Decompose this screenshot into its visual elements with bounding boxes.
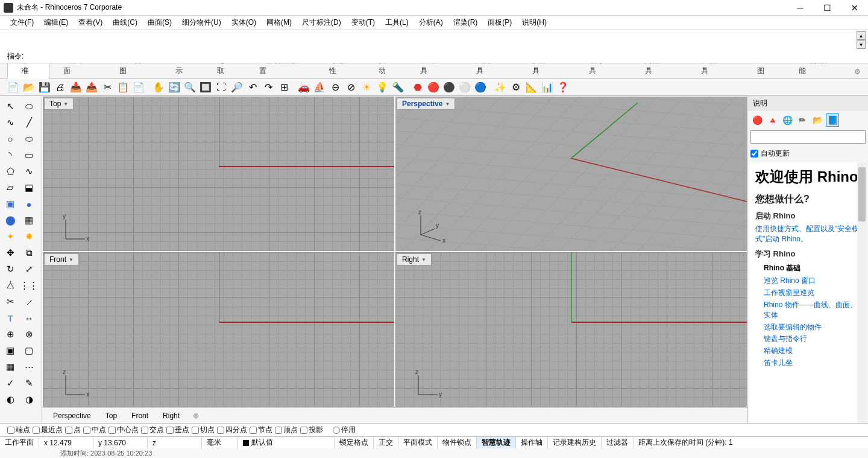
pointer-icon[interactable]: ↖: [1, 98, 19, 114]
osnap-knot[interactable]: 节点: [250, 425, 272, 435]
link-viewport[interactable]: 工作视窗里巡览: [764, 288, 861, 298]
four-view-icon[interactable]: ⊞: [277, 80, 291, 95]
wand-icon[interactable]: ✨: [493, 80, 508, 95]
osnap-point[interactable]: 点: [65, 425, 81, 435]
export-icon[interactable]: 📤: [84, 80, 99, 95]
rectangle-icon[interactable]: ▭: [20, 147, 38, 163]
spotlight-icon[interactable]: 🔦: [391, 80, 405, 95]
ship-icon[interactable]: ⛵: [312, 80, 327, 95]
panel-env-icon[interactable]: 🌐: [781, 113, 794, 127]
status-planar[interactable]: 平面模式: [398, 437, 438, 448]
menu-transform[interactable]: 变动(T): [347, 16, 379, 29]
auto-update-checkbox[interactable]: 自动更新: [748, 145, 868, 162]
menu-analyze[interactable]: 分析(A): [415, 16, 447, 29]
viewport-top[interactable]: Top▼ xy: [43, 97, 394, 251]
options-gear-icon[interactable]: ⚙: [509, 80, 523, 95]
cylinder-icon[interactable]: ⬤: [1, 212, 19, 228]
status-unit[interactable]: 毫米: [202, 437, 238, 448]
status-ortho[interactable]: 正交: [374, 437, 398, 448]
menu-curve[interactable]: 曲线(C): [108, 16, 142, 29]
pan-icon[interactable]: ✋: [151, 80, 166, 95]
sphere-gray-icon[interactable]: ⚫: [442, 80, 456, 95]
new-icon[interactable]: 📄: [6, 80, 20, 95]
import-icon[interactable]: 📥: [69, 80, 83, 95]
link-cartesian[interactable]: 笛卡儿坐: [764, 358, 861, 368]
osnap-quad[interactable]: 四分点: [217, 425, 247, 435]
panel-mat-icon[interactable]: 🔺: [766, 113, 779, 127]
minimize-button[interactable]: ─: [787, 0, 814, 16]
panel-render-icon[interactable]: 🔴: [750, 113, 764, 127]
lasso-icon[interactable]: ⬭: [20, 98, 38, 114]
copy2-icon[interactable]: ⧉: [20, 245, 38, 261]
render-rainbow-icon[interactable]: 🔴: [426, 80, 441, 95]
scale-icon[interactable]: ⤢: [20, 261, 38, 277]
layers-icon[interactable]: 📊: [540, 80, 555, 95]
osnap-int[interactable]: 交点: [141, 425, 164, 435]
tabs-gear-icon[interactable]: ⚙: [852, 65, 863, 78]
osnap-perp[interactable]: 垂点: [166, 425, 189, 435]
menu-view[interactable]: 查看(V): [74, 16, 107, 29]
menu-solid[interactable]: 实体(O): [227, 16, 260, 29]
viewport-front[interactable]: Front▼ xz: [43, 252, 394, 407]
link-select[interactable]: 选取要编辑的物件: [764, 322, 861, 332]
panel-pen-icon[interactable]: ✏: [796, 113, 809, 127]
dim-icon[interactable]: ↔: [20, 310, 38, 326]
command-line[interactable]: 指令:: [0, 49, 868, 63]
vptab-add[interactable]: ⊕: [187, 409, 205, 422]
osnap-project[interactable]: 投影: [300, 425, 323, 435]
sphere2-icon[interactable]: ●: [20, 196, 38, 212]
panel-help-icon[interactable]: 📘: [826, 113, 839, 127]
osnap-vertex[interactable]: 顶点: [275, 425, 298, 435]
vptab-perspective[interactable]: Perspective: [46, 409, 98, 422]
bulb-icon[interactable]: 💡: [375, 80, 389, 95]
maximize-button[interactable]: ☐: [814, 0, 841, 16]
cut-icon[interactable]: ✂: [100, 80, 115, 95]
status-osnap[interactable]: 物件锁点: [438, 437, 477, 448]
menu-render[interactable]: 渲染(R): [449, 16, 482, 29]
viewport-label-perspective[interactable]: Perspective▼: [397, 98, 455, 110]
copy-icon[interactable]: 📋: [116, 80, 130, 95]
zoom-extents-icon[interactable]: ⛶: [214, 80, 228, 95]
viewport-label-top[interactable]: Top▼: [44, 98, 74, 110]
zoom-selected-icon[interactable]: 🔎: [230, 80, 244, 95]
viewport-label-right[interactable]: Right▼: [397, 253, 432, 266]
text-icon[interactable]: T: [1, 310, 19, 326]
curve-icon[interactable]: ∿: [20, 164, 38, 179]
tool1-icon[interactable]: ◐: [1, 392, 19, 407]
viewport-label-front[interactable]: Front▼: [44, 253, 79, 266]
menu-surface[interactable]: 曲面(S): [143, 16, 176, 29]
explode-icon[interactable]: ✹: [20, 229, 38, 244]
menu-edit[interactable]: 编辑(E): [40, 16, 72, 29]
print-icon[interactable]: 🖨: [53, 80, 68, 95]
menu-panels[interactable]: 面板(P): [483, 16, 516, 29]
rotate2-icon[interactable]: ↻: [1, 261, 19, 277]
properties-icon[interactable]: 📐: [524, 80, 539, 95]
status-gridsnap[interactable]: 锁定格点: [335, 437, 374, 448]
line-icon[interactable]: ╱: [20, 115, 38, 130]
status-filter[interactable]: 过滤器: [602, 437, 634, 448]
tool2-icon[interactable]: ◑: [20, 392, 38, 407]
polygon-icon[interactable]: ⬠: [1, 164, 19, 179]
start-link[interactable]: 使用快捷方式、配置以及"安全模式"启动 Rhino。: [755, 224, 861, 244]
check-icon[interactable]: ✓: [1, 375, 19, 391]
redo-icon[interactable]: ↷: [261, 80, 275, 95]
sun-icon[interactable]: ☀: [359, 80, 374, 95]
menu-help[interactable]: 说明(H): [518, 16, 551, 29]
star-icon[interactable]: ✦: [1, 229, 19, 244]
menu-file[interactable]: 文件(F): [6, 16, 38, 29]
viewport-right[interactable]: Right▼ yz: [395, 252, 747, 407]
ungroup-icon[interactable]: ▢: [20, 343, 38, 358]
array2-icon[interactable]: ⋯: [20, 359, 38, 375]
car-icon[interactable]: 🚗: [297, 80, 311, 95]
command-history[interactable]: [0, 30, 868, 49]
command-scroll[interactable]: ▲▼: [857, 31, 866, 49]
split-icon[interactable]: ⟋: [20, 294, 38, 310]
save-icon[interactable]: 💾: [37, 80, 52, 95]
menu-subd[interactable]: 细分物件(U): [178, 16, 225, 29]
vptab-front[interactable]: Front: [124, 409, 156, 422]
help-search-input[interactable]: [750, 130, 866, 144]
osnap-end[interactable]: 端点: [7, 425, 30, 435]
status-smarttrack[interactable]: 智慧轨迹: [477, 437, 516, 448]
ellipse-icon[interactable]: ⬭: [20, 131, 38, 147]
circle2-icon[interactable]: ⊘: [344, 80, 358, 95]
